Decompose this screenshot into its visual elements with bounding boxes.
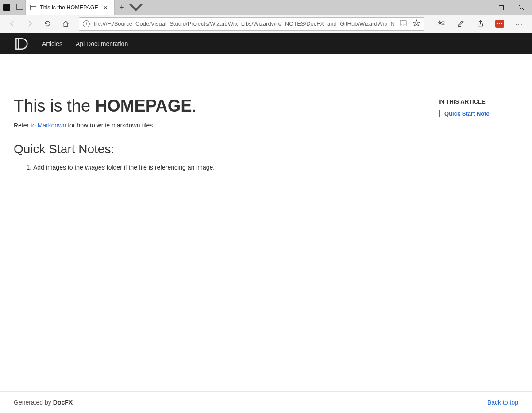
page-title-bold: HOMEPAGE bbox=[95, 96, 192, 115]
note-before: Add images to the bbox=[33, 164, 85, 171]
svg-rect-1 bbox=[499, 5, 503, 10]
note-after: folder if the file is referencing an ima… bbox=[105, 164, 215, 171]
browser-tab[interactable]: This is the HOMEPAGE. ✕ bbox=[25, 0, 115, 15]
tabs-dropdown-button[interactable] bbox=[129, 0, 143, 15]
aside-title: IN THIS ARTICLE bbox=[439, 98, 518, 105]
page-title-prefix: This is the bbox=[14, 96, 95, 115]
forward-button[interactable] bbox=[22, 16, 38, 32]
favorite-star-icon[interactable] bbox=[412, 19, 421, 28]
address-url: file:///F:/Source_Code/Visual_Studio/Pro… bbox=[93, 20, 395, 27]
more-icon: ··· bbox=[515, 20, 523, 27]
intro-before: Refer to bbox=[14, 122, 38, 129]
page-footer: Generated by DocFX Back to top bbox=[0, 391, 532, 413]
titlebar-left-icons bbox=[0, 0, 25, 15]
close-window-button[interactable] bbox=[511, 0, 532, 15]
in-this-article-aside: IN THIS ARTICLE Quick Start Note bbox=[439, 96, 518, 382]
nav-link-articles[interactable]: Articles bbox=[42, 40, 62, 47]
nav-link-api[interactable]: Api Documentation bbox=[76, 40, 128, 47]
list-item: Add images to the images folder if the f… bbox=[33, 162, 425, 172]
reading-view-icon[interactable] bbox=[398, 20, 408, 27]
docfx-logo[interactable] bbox=[14, 37, 29, 50]
refresh-button[interactable] bbox=[40, 16, 56, 32]
tab-title: This is the HOMEPAGE. bbox=[40, 4, 100, 11]
page-viewport: Articles Api Documentation This is the H… bbox=[0, 33, 532, 413]
window-titlebar: This is the HOMEPAGE. ✕ + bbox=[0, 0, 532, 15]
favorites-list-icon[interactable] bbox=[432, 16, 450, 32]
notes-icon[interactable] bbox=[452, 16, 470, 32]
minimize-button[interactable] bbox=[470, 0, 491, 15]
intro-after: for how to write markdown files. bbox=[66, 122, 154, 129]
page-title: This is the HOMEPAGE. bbox=[14, 96, 425, 116]
more-menu-button[interactable]: ··· bbox=[510, 16, 528, 32]
window-controls bbox=[470, 0, 532, 15]
new-tab-button[interactable]: + bbox=[115, 0, 129, 15]
back-to-top-link[interactable]: Back to top bbox=[487, 399, 518, 406]
quick-start-list: Add images to the images folder if the f… bbox=[14, 162, 425, 172]
content-area: This is the HOMEPAGE. Refer to Markdown … bbox=[0, 72, 532, 391]
markdown-link[interactable]: Markdown bbox=[38, 122, 66, 129]
footer-generated-brand: DocFX bbox=[53, 399, 73, 406]
sub-navbar bbox=[0, 54, 532, 72]
back-button[interactable] bbox=[4, 16, 20, 32]
site-info-icon[interactable]: i bbox=[83, 20, 90, 27]
tab-close-button[interactable]: ✕ bbox=[103, 4, 108, 11]
site-navbar: Articles Api Documentation bbox=[0, 33, 532, 54]
home-button[interactable] bbox=[58, 16, 73, 32]
page-title-suffix: . bbox=[192, 96, 197, 115]
extension-badge[interactable]: ••• bbox=[491, 16, 509, 32]
quick-start-heading: Quick Start Notes: bbox=[14, 142, 425, 156]
share-icon[interactable] bbox=[471, 16, 489, 32]
footer-generated-prefix: Generated by bbox=[14, 399, 53, 406]
app-icon bbox=[3, 4, 10, 11]
browser-toolbar: i file:///F:/Source_Code/Visual_Studio/P… bbox=[0, 15, 532, 33]
toc-item-quick-start[interactable]: Quick Start Note bbox=[439, 110, 518, 117]
main-column: This is the HOMEPAGE. Refer to Markdown … bbox=[14, 96, 425, 382]
address-bar[interactable]: i file:///F:/Source_Code/Visual_Studio/P… bbox=[79, 17, 424, 31]
note-italic: images bbox=[85, 164, 105, 171]
toolbar-right: ••• ··· bbox=[430, 16, 528, 32]
maximize-button[interactable] bbox=[491, 0, 511, 15]
page-icon bbox=[30, 5, 36, 10]
windows-group-icon bbox=[15, 5, 21, 10]
intro-paragraph: Refer to Markdown for how to write markd… bbox=[14, 122, 425, 129]
lastpass-icon: ••• bbox=[495, 20, 504, 28]
footer-generated-by: Generated by DocFX bbox=[14, 399, 73, 406]
